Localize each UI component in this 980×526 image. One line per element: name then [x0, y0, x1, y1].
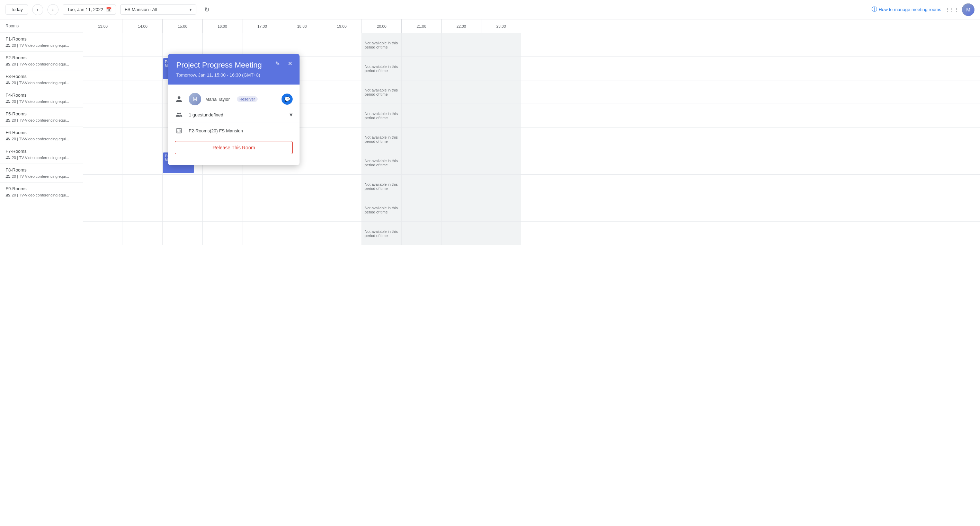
- room-item[interactable]: F7-Rooms 20 | TV-Video conferencing equi…: [0, 145, 83, 164]
- time-slot[interactable]: [322, 128, 362, 151]
- room-item[interactable]: F6-Rooms 20 | TV-Video conferencing equi…: [0, 126, 83, 145]
- time-slot[interactable]: [83, 198, 123, 222]
- date-picker[interactable]: Tue, Jan 11, 2022 📅: [63, 5, 116, 14]
- room-item[interactable]: F3-Rooms 20 | TV-Video conferencing equi…: [0, 70, 83, 89]
- apps-button[interactable]: ⋮⋮⋮: [945, 3, 958, 16]
- time-slot[interactable]: [123, 151, 163, 174]
- time-slot[interactable]: Not available in this period of time: [362, 57, 402, 80]
- time-slot[interactable]: [83, 175, 123, 198]
- time-slot[interactable]: [322, 104, 362, 127]
- time-slot[interactable]: [202, 222, 242, 245]
- time-slot[interactable]: [442, 151, 481, 174]
- time-slot[interactable]: [123, 104, 163, 127]
- time-slot[interactable]: [442, 33, 481, 56]
- time-slot[interactable]: [322, 151, 362, 174]
- time-slot[interactable]: [442, 198, 481, 222]
- time-slot[interactable]: [402, 175, 442, 198]
- time-slot[interactable]: Not available in this period of time: [362, 80, 402, 104]
- time-slot[interactable]: [322, 175, 362, 198]
- refresh-button[interactable]: ↻: [200, 3, 213, 16]
- room-item[interactable]: F1-Rooms 20 | TV-Video conferencing equi…: [0, 33, 83, 52]
- expand-guests-button[interactable]: ▾: [290, 111, 293, 118]
- time-slot[interactable]: [242, 222, 282, 245]
- time-slot[interactable]: [402, 57, 442, 80]
- room-item[interactable]: F8-Rooms 20 | TV-Video conferencing equi…: [0, 164, 83, 183]
- time-slot[interactable]: Not available in this period of time: [362, 175, 402, 198]
- time-slot[interactable]: [481, 175, 521, 198]
- time-slot[interactable]: [481, 104, 521, 127]
- time-slot[interactable]: [282, 198, 322, 222]
- time-slot[interactable]: [202, 33, 242, 56]
- time-slot[interactable]: [83, 151, 123, 174]
- time-slot[interactable]: [83, 57, 123, 80]
- time-slot[interactable]: [322, 80, 362, 104]
- time-slot[interactable]: [402, 151, 442, 174]
- time-slot[interactable]: [242, 198, 282, 222]
- time-slot[interactable]: [163, 175, 202, 198]
- time-slot[interactable]: [202, 198, 242, 222]
- room-item[interactable]: F9-Rooms 20 | TV-Video conferencing equi…: [0, 183, 83, 201]
- time-slot[interactable]: [481, 57, 521, 80]
- user-avatar[interactable]: M: [962, 3, 974, 16]
- time-slot[interactable]: [481, 198, 521, 222]
- time-slot[interactable]: [123, 222, 163, 245]
- time-slot[interactable]: [322, 198, 362, 222]
- time-slot[interactable]: Not available in this period of time: [362, 198, 402, 222]
- time-slot[interactable]: [402, 222, 442, 245]
- time-slot[interactable]: [83, 128, 123, 151]
- time-slot[interactable]: [322, 57, 362, 80]
- edit-button[interactable]: ✎: [272, 58, 283, 69]
- time-slot[interactable]: [123, 198, 163, 222]
- time-slot[interactable]: [402, 128, 442, 151]
- time-slot[interactable]: [83, 104, 123, 127]
- time-slot[interactable]: [163, 222, 202, 245]
- time-slot[interactable]: [123, 57, 163, 80]
- time-slot[interactable]: Not available in this period of time: [362, 128, 402, 151]
- next-button[interactable]: ›: [48, 4, 59, 15]
- time-slot[interactable]: [282, 222, 322, 245]
- time-slot[interactable]: [322, 33, 362, 56]
- time-slot[interactable]: [481, 80, 521, 104]
- time-slot[interactable]: [481, 222, 521, 245]
- time-slot[interactable]: [481, 151, 521, 174]
- location-selector[interactable]: FS Mansion · All ▾: [120, 5, 196, 14]
- time-slot[interactable]: [282, 175, 322, 198]
- time-slot[interactable]: [163, 33, 202, 56]
- room-item[interactable]: F5-Rooms 20 | TV-Video conferencing equi…: [0, 108, 83, 126]
- chat-button[interactable]: 💬: [282, 94, 293, 105]
- help-link[interactable]: ⓘ How to manage meeting rooms: [872, 6, 941, 13]
- room-item[interactable]: F2-Rooms 20 | TV-Video conferencing equi…: [0, 52, 83, 70]
- time-slot[interactable]: Not available in this period of time: [362, 222, 402, 245]
- time-slot[interactable]: [123, 128, 163, 151]
- time-slot[interactable]: [402, 80, 442, 104]
- time-slot[interactable]: [442, 104, 481, 127]
- time-slot[interactable]: [83, 222, 123, 245]
- time-slot[interactable]: [442, 175, 481, 198]
- time-slot[interactable]: Not available in this period of time: [362, 104, 402, 127]
- time-slot[interactable]: [442, 80, 481, 104]
- time-slot[interactable]: [481, 33, 521, 56]
- time-slot[interactable]: [202, 175, 242, 198]
- time-slot[interactable]: [442, 57, 481, 80]
- time-slot[interactable]: [481, 128, 521, 151]
- time-slot[interactable]: [123, 80, 163, 104]
- room-item[interactable]: F4-Rooms 20 | TV-Video conferencing equi…: [0, 89, 83, 108]
- time-slot[interactable]: [123, 33, 163, 56]
- time-slot[interactable]: [322, 222, 362, 245]
- time-slot[interactable]: [242, 33, 282, 56]
- time-slot[interactable]: [442, 128, 481, 151]
- time-slot[interactable]: Not available in this period of time: [362, 33, 402, 56]
- calendar-area[interactable]: 13:0014:0015:0016:0017:0018:0019:0020:00…: [83, 19, 980, 526]
- time-slot[interactable]: Not available in this period of time: [362, 151, 402, 174]
- close-button[interactable]: ✕: [284, 58, 295, 69]
- time-slot[interactable]: [442, 222, 481, 245]
- time-slot[interactable]: [402, 33, 442, 56]
- release-room-button[interactable]: Release This Room: [175, 141, 293, 154]
- prev-button[interactable]: ‹: [32, 4, 43, 15]
- time-slot[interactable]: [402, 104, 442, 127]
- time-slot[interactable]: [242, 175, 282, 198]
- today-button[interactable]: Today: [6, 5, 28, 14]
- time-slot[interactable]: [282, 33, 322, 56]
- time-slot[interactable]: [163, 198, 202, 222]
- time-slot[interactable]: [402, 198, 442, 222]
